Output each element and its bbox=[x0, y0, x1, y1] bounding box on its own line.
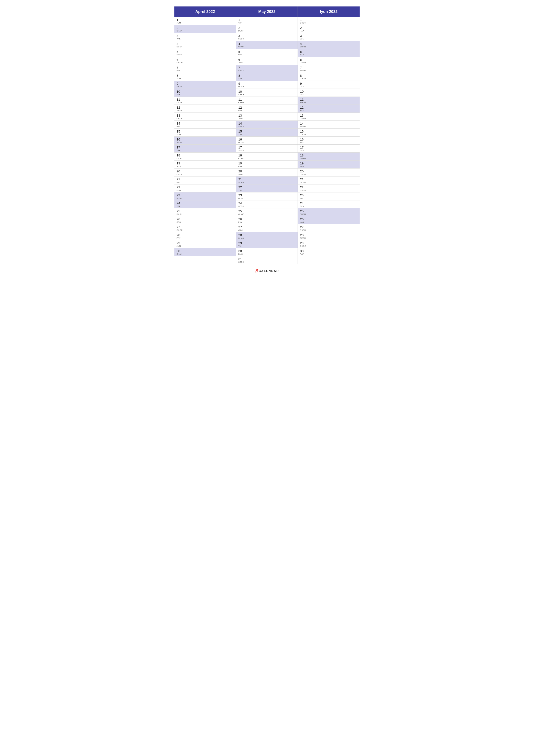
day-number: 8 bbox=[177, 74, 234, 78]
day-cell: 6JUM bbox=[236, 57, 298, 65]
day-weekday-label: DUSH bbox=[300, 229, 358, 231]
day-cell: 9DUSH bbox=[236, 81, 298, 89]
day-number: 7 bbox=[177, 66, 234, 69]
day-cell: 14SHAN bbox=[236, 121, 298, 129]
day-number: 29 bbox=[300, 241, 358, 245]
day-number: 27 bbox=[300, 225, 358, 229]
day-weekday-label: YAK bbox=[177, 38, 234, 40]
day-number: 7 bbox=[300, 66, 358, 69]
day-number: 1 bbox=[300, 18, 358, 22]
day-weekday-label: SESH bbox=[238, 94, 296, 96]
day-cell: 4CHOR bbox=[236, 41, 298, 49]
day-cell: 12YAK bbox=[298, 105, 360, 113]
day-number: 20 bbox=[238, 169, 296, 173]
day-cell: 28SESH bbox=[298, 232, 360, 240]
day-number: 15 bbox=[300, 129, 358, 133]
day-weekday-label: JUM bbox=[238, 229, 296, 231]
day-number: 16 bbox=[238, 138, 296, 141]
day-weekday-label: YAK bbox=[177, 205, 234, 207]
day-number: 23 bbox=[300, 193, 358, 197]
day-weekday-label: SESH bbox=[177, 165, 234, 168]
day-number: 18 bbox=[177, 153, 234, 157]
day-cell: 19SESH bbox=[174, 161, 236, 169]
day-cell: 10YAK bbox=[174, 89, 236, 97]
day-cell: 7SESH bbox=[298, 65, 360, 73]
brand-logo: 𝟑 CALENDAR bbox=[255, 268, 279, 274]
day-weekday-label: SESH bbox=[238, 205, 296, 207]
day-number: 28 bbox=[177, 233, 234, 237]
day-cell: 23DUSH bbox=[236, 192, 298, 201]
day-cell: 25DUSH bbox=[174, 208, 236, 216]
day-cell: 20DUSH bbox=[298, 169, 360, 176]
day-weekday-label: PAY bbox=[177, 69, 234, 72]
day-number: 1 bbox=[177, 18, 234, 22]
day-cell: 22YAK bbox=[236, 184, 298, 192]
day-weekday-label: PAY bbox=[238, 165, 296, 168]
day-cell: 17YAK bbox=[174, 145, 236, 152]
day-weekday-label: JUM bbox=[177, 22, 234, 24]
day-weekday-label: SHAN bbox=[177, 253, 234, 255]
day-number: 22 bbox=[177, 185, 234, 189]
day-number: 22 bbox=[300, 185, 358, 189]
day-cell: 17JUM bbox=[298, 145, 360, 152]
day-weekday-label: SESH bbox=[238, 149, 296, 151]
day-number: 30 bbox=[238, 249, 296, 253]
day-number: 26 bbox=[177, 217, 234, 221]
day-weekday-label: JUM bbox=[238, 173, 296, 176]
day-weekday-label: YAK bbox=[238, 245, 296, 247]
day-cell: 26YAK bbox=[298, 216, 360, 224]
month-headers: Aprel 2022 May 2022 Iyun 2022 bbox=[174, 7, 360, 17]
day-weekday-label: DUSH bbox=[177, 101, 234, 104]
day-cell: 6DUSH bbox=[298, 57, 360, 65]
calendar-container: Aprel 2022 May 2022 Iyun 2022 1JUM2SHAN3… bbox=[174, 7, 360, 275]
month-header-june: Iyun 2022 bbox=[298, 7, 360, 17]
day-cell: 30DUSH bbox=[236, 248, 298, 256]
day-weekday-label: JUM bbox=[177, 245, 234, 247]
day-weekday-label: CHOR bbox=[300, 189, 358, 191]
day-cell: 9SHAN bbox=[174, 81, 236, 89]
day-weekday-label: SHAN bbox=[238, 181, 296, 183]
day-cell: 10JUM bbox=[298, 89, 360, 97]
day-number: 2 bbox=[238, 26, 296, 30]
day-weekday-label: YAK bbox=[300, 221, 358, 223]
day-cell: 27DUSH bbox=[298, 224, 360, 232]
day-cell: 12PAY bbox=[236, 105, 298, 113]
day-weekday-label: CHOR bbox=[177, 118, 234, 120]
day-number: 14 bbox=[238, 122, 296, 125]
day-number: 2 bbox=[300, 26, 358, 30]
day-number: 27 bbox=[238, 225, 296, 229]
day-number: 12 bbox=[238, 106, 296, 109]
day-cell: 29YAK bbox=[236, 240, 298, 248]
day-cell: 6CHOR bbox=[174, 57, 236, 65]
day-weekday-label: SESH bbox=[238, 38, 296, 40]
day-weekday-label: DUSH bbox=[300, 62, 358, 64]
day-number: 12 bbox=[300, 106, 358, 109]
day-weekday-label: SHAN bbox=[300, 157, 358, 159]
day-weekday-label: CHOR bbox=[300, 78, 358, 80]
day-weekday-label: SHAN bbox=[177, 141, 234, 144]
day-cell: 5YAK bbox=[298, 49, 360, 57]
day-weekday-label: YAK bbox=[177, 94, 234, 96]
day-weekday-label: SESH bbox=[177, 221, 234, 223]
day-cell: 30PAY bbox=[298, 248, 360, 256]
day-weekday-label: SESH bbox=[300, 69, 358, 72]
day-weekday-label: CHOR bbox=[300, 22, 358, 24]
day-cell: 26PAY bbox=[236, 216, 298, 224]
day-weekday-label: DUSH bbox=[238, 30, 296, 32]
day-number: 15 bbox=[177, 129, 234, 133]
day-cell: 11DUSH bbox=[174, 97, 236, 105]
day-cell: 8CHOR bbox=[298, 73, 360, 81]
day-cell: 20CHOR bbox=[174, 169, 236, 176]
day-number: 1 bbox=[238, 18, 296, 22]
day-cell: 5PAY bbox=[236, 49, 298, 57]
day-cell: 28PAY bbox=[174, 232, 236, 240]
day-cell: 22CHOR bbox=[298, 184, 360, 192]
day-number: 13 bbox=[238, 114, 296, 118]
day-number: 30 bbox=[300, 249, 358, 253]
day-number: 25 bbox=[238, 209, 296, 213]
day-cell: 15CHOR bbox=[298, 129, 360, 137]
day-number: 6 bbox=[300, 58, 358, 62]
day-weekday-label: PAY bbox=[177, 237, 234, 239]
day-weekday-label: SESH bbox=[300, 125, 358, 127]
day-number: 20 bbox=[177, 169, 234, 173]
